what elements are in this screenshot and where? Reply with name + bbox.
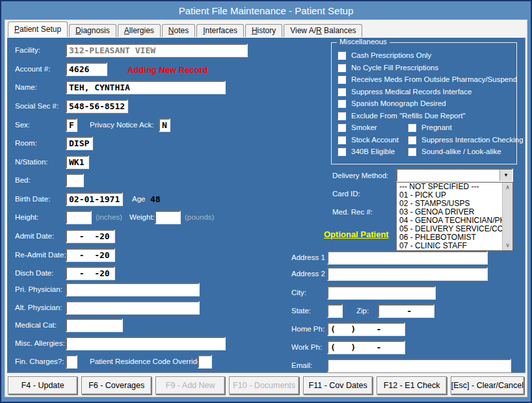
checkbox-label: Spanish Monograph Desired [351,99,446,107]
tab-label: nterfaces [206,26,237,35]
height-label: Height: [15,213,38,221]
checkbox-suppress-interaction-checking[interactable] [408,136,416,144]
tab-view-ar-balances[interactable]: View A/R Balances [284,24,362,37]
checkbox-exclude-refills-due[interactable] [338,112,346,120]
tab-label: R [316,26,322,35]
zip-field[interactable]: - [378,304,434,318]
age-label: Age [132,195,145,203]
readmit-date-label: Re-Admit Date: [15,251,66,259]
fin-charges-label: Fin. Charges?: [15,358,64,365]
f4-update-button[interactable]: F4 - Update [8,376,77,395]
function-button-bar: F4 - Update F6 - Coverages F9 - Add New … [5,374,527,396]
tab-strip: Patient Setup Diagnosis Allergies Notes … [8,21,524,37]
weight-unit-label: (pounds) [185,213,214,221]
dropdown-option[interactable]: 05 - DELIVERY SERVICE/COURII [397,225,503,233]
dropdown-option[interactable]: 03 - GENOA DRIVER [397,208,503,216]
tab-allergies[interactable]: Allergies [118,24,161,37]
room-field[interactable]: DISP [66,136,93,150]
readmit-date-field[interactable]: - -20 [66,248,115,262]
dropdown-option[interactable]: 01 - PICK UP [397,191,503,200]
admit-date-label: Admit Date: [15,232,54,240]
privacy-notice-ack-field[interactable]: N [159,118,170,132]
address1-label: Address 1 [291,254,325,261]
ssn-field[interactable]: 548-56-8512 [66,99,128,113]
name-field[interactable]: TEH, CYNTHIA [66,81,226,94]
checkbox-label: Smoker [351,124,377,131]
dropdown-option[interactable]: 04 - GENOA TECHNICIAN/PHARI [397,216,503,225]
address2-field[interactable] [327,267,488,281]
height-field[interactable] [66,211,92,224]
delivery-method-combobox[interactable]: ▼ [396,168,513,182]
home-phone-field[interactable]: ( ) - [327,322,405,336]
tab-history[interactable]: History [245,24,282,37]
dialog-body: Patient Setup Diagnosis Allergies Notes … [5,20,527,397]
checkbox-cash-prescriptions-only[interactable] [338,51,346,60]
tab-label: otes [174,26,189,35]
nstation-label: N/Station: [15,158,48,166]
birth-date-field[interactable]: 02-01-1971 [66,192,123,206]
checkbox-receives-meds-outside[interactable] [338,75,346,84]
account-field[interactable]: 4626 [66,62,107,76]
dropdown-option[interactable]: --- NOT SPECIFIED --- [397,183,503,191]
checkbox-sound-alike-look-alike[interactable] [408,148,416,156]
window-titlebar: Patient File Maintenance - Patient Setup [1,1,531,20]
dropdown-option[interactable]: 07 - CLINIC STAFF [397,242,503,250]
email-field[interactable] [327,359,511,372]
name-label: Name: [15,83,37,91]
medical-cat-field[interactable] [66,318,123,332]
tab-patient-setup[interactable]: Patient Setup [8,21,68,37]
city-label: City: [291,289,306,296]
checkbox-stock-account[interactable] [338,136,346,144]
tab-notes[interactable]: Notes [162,24,195,37]
patient-file-maintenance-window: Patient File Maintenance - Patient Setup… [0,0,532,403]
f6-coverages-button[interactable]: F6 - Coverages [81,376,151,395]
pri-physician-label: Pri. Physician: [15,285,62,293]
dropdown-scrollbar[interactable]: ∧ ∨ [502,183,512,250]
checkbox-no-cycle-fill[interactable] [338,64,346,72]
home-phone-label: Home Ph: [291,325,325,333]
checkbox-label: Stock Account [351,136,399,144]
sex-field[interactable]: F [66,118,77,132]
city-field[interactable] [327,286,436,300]
state-field[interactable] [327,304,343,318]
checkbox-label: Sound-alike / Look-alike [421,148,501,155]
delivery-method-dropdown-list: --- NOT SPECIFIED --- 01 - PICK UP 02 - … [396,182,513,251]
checkbox-340b-eligible[interactable] [338,148,346,156]
checkbox-label: Suppress Interaction Checking [421,136,524,144]
admit-date-field[interactable]: - -20 [66,229,115,243]
esc-clear-cancel-button[interactable]: [Esc] - Clear/Cancel [451,376,524,395]
state-label: State: [291,307,311,315]
disch-date-field[interactable]: - -20 [66,266,115,280]
card-id-label: Card ID: [332,190,360,198]
tab-label: atient Setup [20,25,61,34]
bed-field[interactable] [66,174,84,187]
address1-field[interactable] [327,251,488,265]
checkbox-suppress-medical-records[interactable] [338,88,346,96]
tab-page-patient-setup: Facility: 312-PLEASANT VIEW Account #: 4… [7,37,525,373]
tab-diagnosis[interactable]: Diagnosis [69,24,116,37]
f12-e1-check-button[interactable]: F12 - E1 Check [377,376,446,395]
zip-label: Zip: [356,307,369,315]
checkbox-pregnant[interactable] [408,124,416,132]
misc-allergies-field[interactable] [66,337,226,350]
checkbox-spanish-monograph[interactable] [338,99,346,108]
scroll-up-icon[interactable]: ∧ [503,183,512,192]
f11-cov-dates-button[interactable]: F11 - Cov Dates [303,376,373,395]
nstation-field[interactable]: WK1 [66,155,89,169]
patient-residence-code-override-field[interactable] [198,355,212,369]
weight-field[interactable] [155,211,181,224]
alt-physician-field[interactable] [66,301,200,315]
checkbox-smoker[interactable] [338,124,346,132]
fin-charges-field[interactable] [66,355,77,369]
work-phone-label: Work Ph: [291,343,322,351]
combobox-dropdown-button[interactable]: ▼ [499,170,512,181]
patient-residence-code-override-label: Patient Residence Code Override: [90,358,204,365]
work-phone-field[interactable]: ( ) - [327,341,405,354]
scroll-down-icon[interactable]: ∨ [503,240,512,250]
birth-date-label: Birth Date: [15,195,50,203]
dropdown-option[interactable]: 02 - STAMPS/USPS [397,200,503,208]
optional-patient-header: Optional Patient [324,229,389,239]
pri-physician-field[interactable] [66,283,200,296]
tab-interfaces[interactable]: Interfaces [196,24,244,37]
dropdown-option[interactable]: 06 - PHLEBOTOMIST [397,233,503,242]
